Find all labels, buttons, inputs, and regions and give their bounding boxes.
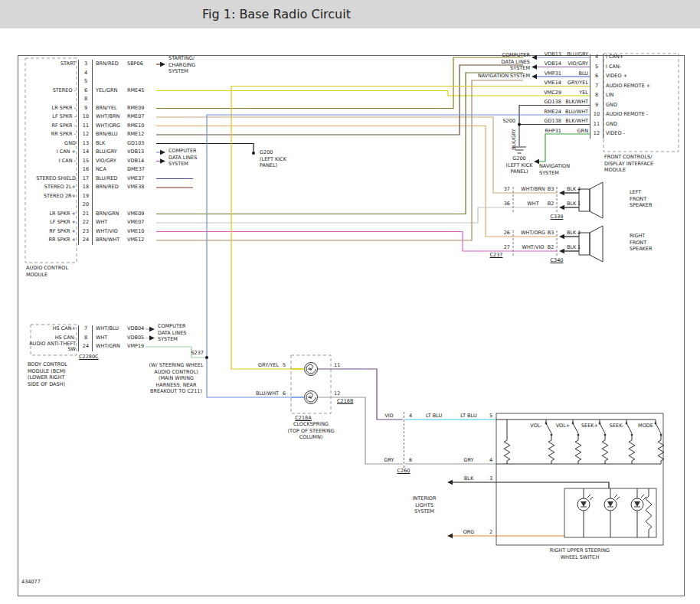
wire — [452, 482, 609, 488]
wire — [317, 369, 403, 420]
switch-contact-dot — [572, 423, 574, 425]
switch-contact-dot — [626, 423, 628, 425]
arrow-icon — [532, 55, 537, 60]
wire — [156, 207, 557, 223]
wire — [317, 397, 403, 464]
switch-contact-dot — [599, 423, 601, 425]
wire — [156, 144, 254, 152]
wire — [156, 117, 557, 193]
wire — [207, 115, 590, 397]
led-icon — [641, 495, 644, 498]
arrow-icon — [559, 191, 564, 196]
led-icon — [617, 497, 620, 500]
switch-contact-dot — [545, 423, 548, 425]
wire — [156, 232, 557, 252]
wire — [156, 65, 523, 135]
switch-blade-icon — [600, 423, 605, 433]
resistor-icon — [504, 440, 510, 461]
module-box — [604, 54, 679, 152]
wire — [156, 80, 523, 240]
switch-contact-dot — [655, 423, 657, 425]
resistor-icon — [646, 496, 652, 530]
arrow-icon — [149, 335, 155, 341]
junction-dot — [252, 152, 255, 155]
arrow-icon — [534, 159, 539, 165]
wiring-layer — [0, 0, 700, 604]
wire — [146, 347, 207, 358]
module-box — [31, 325, 77, 355]
arrow-icon — [559, 205, 564, 211]
wire — [156, 91, 590, 96]
figure-number: 434077 — [21, 580, 41, 585]
arrow-icon — [532, 74, 537, 80]
diagram-canvas: Fig 1: Base Radio Circuit START3BRN/REDS… — [0, 0, 700, 604]
switch-blade-icon — [626, 423, 632, 433]
wire — [231, 87, 590, 370]
resistor-icon — [575, 440, 581, 461]
module-box — [25, 58, 77, 263]
wire — [156, 126, 557, 237]
arrow-icon — [559, 249, 564, 254]
led-icon — [587, 495, 590, 498]
arrow-icon — [447, 534, 453, 539]
arrow-icon — [160, 158, 165, 164]
arrow-icon — [160, 62, 165, 67]
switch-blade-icon — [573, 423, 578, 433]
arrow-icon — [559, 234, 564, 240]
arrow-icon — [149, 327, 155, 332]
junction-dot — [205, 356, 208, 359]
switch-box — [496, 413, 663, 545]
junction-dot — [518, 123, 521, 126]
speaker-icon — [579, 226, 603, 262]
resistor-icon — [629, 440, 635, 461]
arrow-icon — [160, 150, 165, 155]
switch-blade-icon — [656, 423, 661, 433]
speaker-icon — [579, 182, 603, 218]
arrow-icon — [532, 64, 537, 70]
switch-blade-icon — [546, 423, 551, 433]
wire — [539, 134, 590, 162]
led-icon — [614, 495, 617, 498]
resistor-icon — [602, 440, 608, 461]
led-icon — [590, 497, 593, 500]
resistor-icon — [548, 440, 554, 461]
arrow-icon — [447, 480, 453, 485]
